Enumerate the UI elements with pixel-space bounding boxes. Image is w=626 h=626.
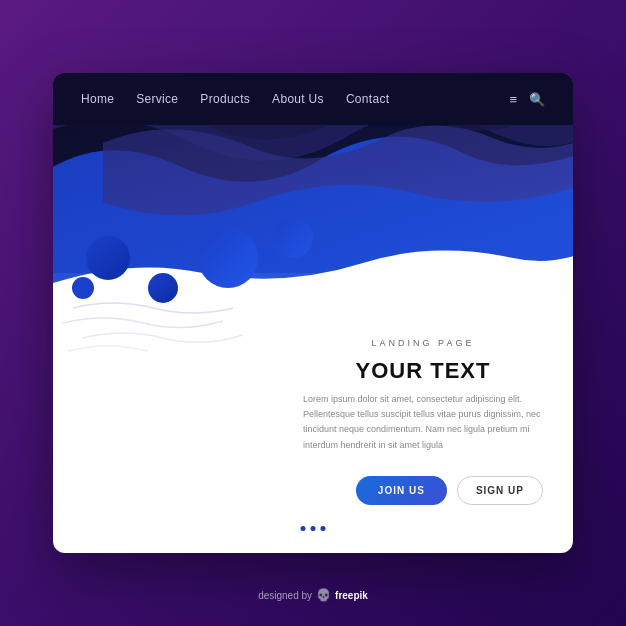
hero-description: Lorem ipsum dolor sit amet, consectetur … [303, 392, 543, 453]
dot-2 [311, 526, 316, 531]
svg-point-2 [148, 273, 178, 303]
nav-contact[interactable]: Contact [346, 92, 389, 106]
signup-button[interactable]: SIGN UP [457, 476, 543, 505]
dot-3 [321, 526, 326, 531]
nav-about[interactable]: About Us [272, 92, 324, 106]
credit-prefix: designed by [258, 590, 312, 601]
nav-home[interactable]: Home [81, 92, 114, 106]
dot-1 [301, 526, 306, 531]
landing-page-card: Home Service Products About Us Contact ≡… [53, 73, 573, 553]
hero-text: LANDING PAGE YOUR TEXT Lorem ipsum dolor… [303, 338, 543, 453]
nav-products[interactable]: Products [200, 92, 250, 106]
join-button[interactable]: JOIN US [356, 476, 447, 505]
credit-brand: freepik [335, 590, 368, 601]
svg-point-4 [273, 218, 313, 258]
svg-point-1 [86, 236, 130, 280]
dots-indicator [301, 526, 326, 531]
menu-icon[interactable]: ≡ [509, 92, 517, 107]
nav-links: Home Service Products About Us Contact [81, 92, 389, 106]
nav-service[interactable]: Service [136, 92, 178, 106]
skull-icon: 💀 [316, 588, 331, 602]
search-icon[interactable]: 🔍 [529, 92, 545, 107]
hero-subtitle: LANDING PAGE [303, 338, 543, 348]
cta-buttons: JOIN US SIGN UP [356, 476, 543, 505]
nav-icons: ≡ 🔍 [509, 92, 545, 107]
svg-point-3 [198, 228, 258, 288]
credit-text: designed by 💀 freepik [258, 588, 368, 602]
navbar: Home Service Products About Us Contact ≡… [53, 73, 573, 125]
hero-title: YOUR TEXT [303, 358, 543, 384]
svg-point-5 [72, 277, 94, 299]
